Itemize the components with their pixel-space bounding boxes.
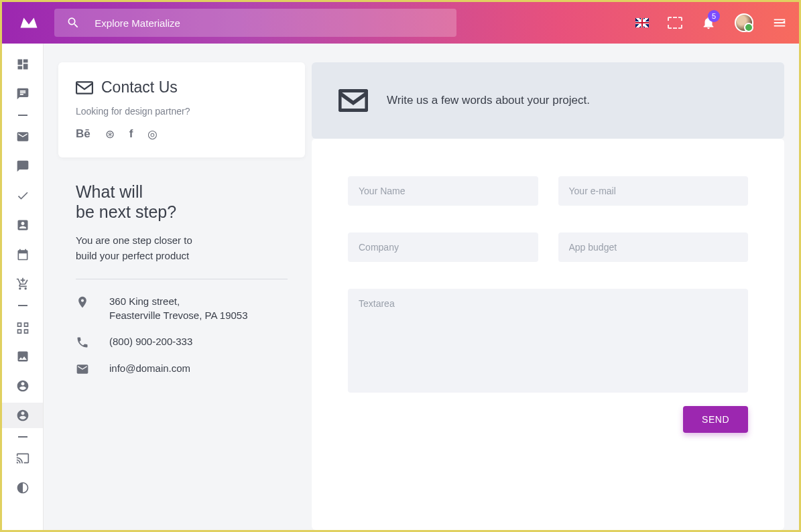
dashboard-icon (16, 58, 29, 71)
page-subtitle: Looking for design partner? (76, 106, 288, 117)
pages-icon (16, 320, 29, 334)
check-icon (16, 189, 29, 202)
sidebar-item-user[interactable] (2, 373, 43, 399)
next-step-card: What will be next step? You are one step… (58, 167, 305, 403)
budget-input[interactable] (558, 232, 749, 262)
next-step-heading: What will be next step? (76, 182, 288, 222)
sidebar-item-media[interactable] (2, 344, 43, 369)
user-icon (16, 379, 29, 393)
cart-icon (16, 277, 29, 291)
page-title: Contact Us (76, 78, 288, 96)
search-box[interactable] (54, 9, 456, 37)
contrast-icon (16, 481, 29, 494)
dribbble-icon[interactable]: ⊛ (105, 127, 115, 141)
sidebar-toggle[interactable] (772, 15, 787, 30)
menu-indent-icon (772, 15, 787, 30)
message-textarea[interactable] (348, 289, 748, 393)
prompt-card: Write us a few words about your project. (312, 62, 784, 139)
image-icon (16, 350, 29, 363)
sidebar-item-cast[interactable] (2, 446, 43, 471)
phone-icon (76, 336, 89, 349)
sidebar-item-theme[interactable] (2, 475, 43, 501)
sidebar-item-dashboard[interactable] (2, 52, 43, 77)
notifications-button[interactable]: 5 (701, 15, 716, 30)
fullscreen-icon (668, 17, 682, 29)
prompt-text: Write us a few words about your project. (387, 94, 590, 107)
send-button[interactable]: SEND (683, 406, 748, 433)
divider (76, 279, 288, 279)
name-input[interactable] (348, 176, 538, 206)
sidebar-item-chat[interactable] (2, 81, 43, 107)
main-content: Contact Us Looking for design partner? B… (44, 44, 799, 530)
sidebar-item-calendar[interactable] (2, 242, 43, 267)
message-icon (16, 159, 29, 173)
phone-row: (800) 900-200-333 (76, 334, 288, 349)
instagram-icon[interactable]: ◎ (147, 127, 158, 141)
language-selector[interactable] (635, 18, 649, 27)
next-step-desc: You are one step closer to build your pe… (76, 232, 210, 264)
sidebar-item-messages[interactable] (2, 153, 43, 179)
cast-icon (16, 452, 29, 465)
svg-rect-1 (340, 90, 367, 110)
mail-icon (338, 89, 368, 112)
user-avatar[interactable] (735, 13, 753, 32)
app-logo[interactable] (14, 8, 44, 38)
facebook-icon[interactable]: f (129, 127, 133, 141)
email-row: info@domain.com (76, 361, 288, 376)
flag-uk-icon (635, 18, 649, 27)
search-input[interactable] (95, 17, 444, 29)
sidebar-item-cart[interactable] (2, 271, 43, 297)
sidebar-item-account[interactable] (2, 403, 43, 428)
topbar: 5 (2, 2, 799, 44)
search-icon (66, 15, 80, 30)
address-row: 360 King street, Feasterville Trevose, P… (76, 294, 288, 322)
sidebar-divider (18, 115, 27, 116)
behance-icon[interactable]: Bē (76, 127, 90, 141)
location-icon (76, 295, 89, 309)
sidebar-divider (18, 436, 27, 438)
account-icon (16, 409, 29, 422)
mail-icon (76, 362, 89, 376)
mail-icon (16, 130, 29, 143)
svg-rect-0 (76, 82, 93, 93)
chat-icon (16, 87, 29, 101)
sidebar-item-mail[interactable] (2, 124, 43, 149)
sidebar-divider (18, 305, 27, 306)
sidebar-item-tasks[interactable] (2, 183, 43, 208)
fullscreen-toggle[interactable] (668, 17, 682, 29)
mail-icon (76, 81, 93, 94)
calendar-icon (16, 248, 29, 261)
contact-form: SEND (312, 139, 784, 530)
notification-badge: 5 (708, 10, 720, 22)
sidebar-item-pages[interactable] (2, 314, 43, 340)
sidebar-item-contacts[interactable] (2, 212, 43, 238)
email-input[interactable] (558, 176, 749, 206)
company-input[interactable] (348, 232, 538, 262)
avatar-icon (735, 13, 753, 32)
sidebar-nav (2, 44, 44, 530)
contact-card: Contact Us Looking for design partner? B… (58, 62, 305, 157)
contacts-icon (16, 218, 29, 232)
